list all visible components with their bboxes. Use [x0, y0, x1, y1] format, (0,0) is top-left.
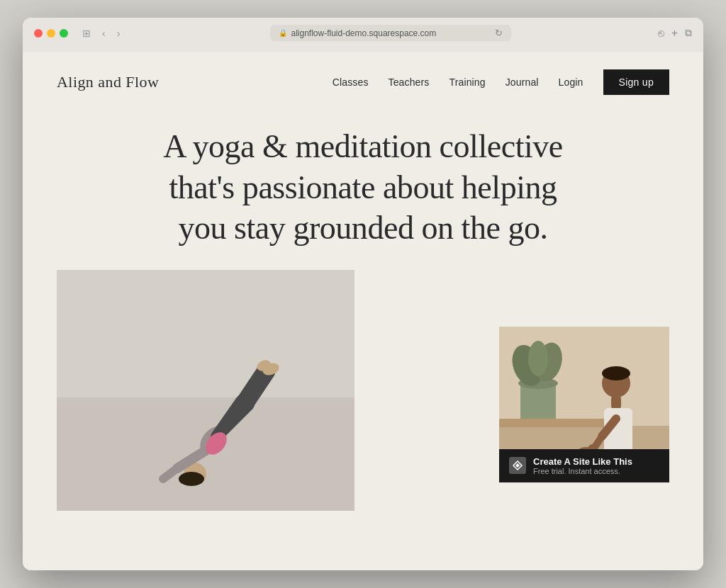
svg-rect-5 [57, 270, 354, 397]
svg-rect-27 [499, 419, 613, 427]
squarespace-icon [509, 457, 526, 474]
svg-rect-30 [611, 396, 621, 409]
nav-link-journal[interactable]: Journal [506, 77, 539, 88]
squarespace-banner[interactable]: Create A Site Like This Free trial. Inst… [499, 449, 669, 482]
nav-link-teachers[interactable]: Teachers [389, 77, 430, 88]
browser-tab-bar [34, 47, 692, 52]
ss-sub-text: Free trial. Instant access. [533, 467, 632, 475]
back-button[interactable]: ‹ [99, 26, 108, 40]
reload-icon[interactable]: ↻ [495, 28, 503, 38]
images-section: Create A Site Like This Free trial. Inst… [23, 270, 703, 571]
hero-section: A yoga & meditation collective that's pa… [23, 112, 703, 270]
add-tab-icon[interactable]: + [671, 27, 678, 40]
browser-window: ⊞ ‹ › 🔒 alignflow-fluid-demo.squarespace… [23, 18, 703, 570]
browser-nav: ⊞ ‹ › [79, 26, 123, 40]
browser-controls: ⊞ ‹ › 🔒 alignflow-fluid-demo.squarespace… [34, 25, 692, 41]
address-bar-container: 🔒 alignflow-fluid-demo.squarespace.com ↻ [128, 25, 652, 41]
yoga-image-left [57, 270, 354, 511]
traffic-lights [34, 29, 68, 38]
nav-link-classes[interactable]: Classes [333, 77, 369, 88]
forward-button[interactable]: › [114, 26, 123, 40]
ss-text: Create A Site Like This Free trial. Inst… [533, 456, 632, 475]
svg-point-18 [179, 472, 204, 486]
maximize-button[interactable] [60, 29, 68, 38]
hero-heading: A yoga & meditation collective that's pa… [150, 126, 576, 249]
window-toggle[interactable]: ⊞ [79, 26, 94, 40]
address-bar[interactable]: 🔒 alignflow-fluid-demo.squarespace.com ↻ [270, 25, 511, 41]
nav-links: Classes Teachers Training Journal Login … [333, 69, 669, 95]
share-icon[interactable]: ⎋ [658, 27, 664, 39]
url-text: alignflow-fluid-demo.squarespace.com [291, 28, 437, 38]
browser-actions: ⎋ + ⧉ [658, 27, 692, 40]
svg-point-29 [602, 366, 630, 380]
nav-link-training[interactable]: Training [449, 77, 485, 88]
copy-tab-icon[interactable]: ⧉ [685, 27, 692, 39]
nav-link-login[interactable]: Login [559, 77, 583, 88]
website-content: Align and Flow Classes Teachers Training… [23, 52, 703, 570]
ss-main-text: Create A Site Like This [533, 456, 632, 467]
yoga-pose-svg [57, 270, 354, 511]
lock-icon: 🔒 [279, 29, 287, 37]
minimize-button[interactable] [47, 29, 55, 38]
site-nav: Align and Flow Classes Teachers Training… [23, 52, 703, 112]
browser-chrome: ⊞ ‹ › 🔒 alignflow-fluid-demo.squarespace… [23, 18, 703, 52]
meditation-image-right: Create A Site Like This Free trial. Inst… [499, 327, 669, 482]
svg-point-26 [528, 341, 548, 376]
close-button[interactable] [34, 29, 43, 38]
signup-button[interactable]: Sign up [603, 69, 669, 95]
site-logo[interactable]: Align and Flow [57, 73, 159, 91]
image-right-area: Create A Site Like This Free trial. Inst… [369, 270, 669, 482]
